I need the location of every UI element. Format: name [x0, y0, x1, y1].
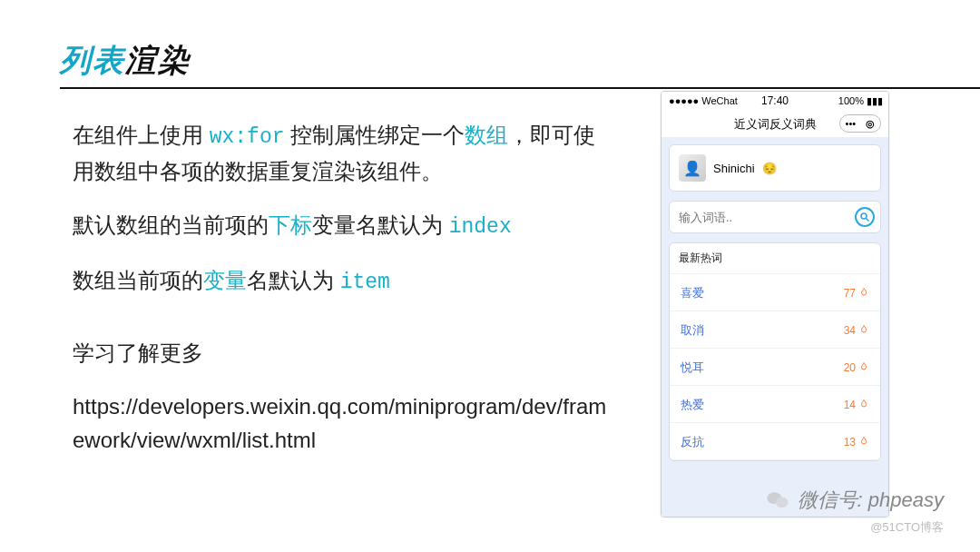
flame-icon: [858, 399, 869, 411]
count-value: 13: [844, 436, 856, 448]
section-header: 列表渲染: [60, 40, 980, 89]
phone-mockup: ●●●●● WeChat 17:40 100% ▮▮▮ 近义词反义词典 ••• …: [661, 91, 889, 518]
watermark-text: 微信号: phpeasy: [798, 487, 944, 514]
highlight-index-label: 下标: [269, 212, 312, 237]
body-text: 在组件上使用 wx:for 控制属性绑定一个数组，即可使用数组中各项的数据重复渲…: [73, 118, 617, 478]
count: 77: [844, 287, 869, 300]
close-target-icon: ◎: [866, 118, 875, 130]
list-item[interactable]: 反抗 13: [670, 423, 880, 460]
heading-part1: 列表: [60, 43, 125, 77]
word: 悦耳: [681, 360, 704, 376]
count-value: 34: [844, 324, 856, 337]
highlight-array: 数组: [465, 123, 508, 147]
text: 数组当前项的: [73, 268, 203, 292]
text: 名默认为: [247, 268, 340, 292]
status-battery: 100% ▮▮▮: [838, 95, 883, 107]
svg-point-3: [775, 498, 788, 508]
flame-icon: [858, 287, 869, 300]
svg-point-0: [861, 213, 867, 219]
word: 取消: [681, 322, 704, 339]
capsule-button[interactable]: ••• ◎: [839, 114, 881, 133]
code-item: item: [340, 271, 390, 294]
count-value: 14: [844, 399, 856, 411]
user-emoji-icon: 😔: [762, 162, 777, 175]
count-value: 20: [844, 361, 856, 374]
count: 14: [844, 399, 869, 411]
user-card: 👤 Shinichi 😔: [669, 144, 881, 192]
flame-icon: [858, 436, 869, 448]
list-item[interactable]: 悦耳 20: [670, 349, 880, 386]
code-index: index: [449, 215, 512, 239]
status-bar: ●●●●● WeChat 17:40 100% ▮▮▮: [662, 92, 888, 112]
text: 控制属性绑定一个: [285, 123, 466, 147]
wechat-icon: [765, 488, 790, 513]
text: 变量名默认为: [312, 212, 449, 237]
more-icon: •••: [846, 118, 857, 129]
flame-icon: [858, 324, 869, 337]
list-item[interactable]: 热爱 14: [670, 386, 880, 423]
count: 34: [844, 324, 869, 337]
count: 20: [844, 361, 869, 374]
avatar: 👤: [679, 154, 706, 182]
learn-more-url: https://developers.weixin.qq.com/minipro…: [73, 389, 617, 457]
word: 热爱: [681, 397, 704, 413]
learn-more-heading: 学习了解更多: [73, 336, 617, 370]
search-icon[interactable]: [855, 207, 875, 227]
watermark: 微信号: phpeasy @51CTO博客: [765, 487, 944, 536]
app-title: 近义词反义词典: [734, 116, 817, 133]
list-item[interactable]: 取消 34: [670, 311, 880, 349]
code-wx-for: wx:for: [210, 125, 285, 149]
word: 反抗: [681, 434, 704, 450]
app-header: 近义词反义词典 ••• ◎: [662, 112, 888, 137]
hot-words-list: 最新热词 喜爱 77 取消 34 悦耳 20 热爱 14: [669, 242, 881, 461]
text: 在组件上使用: [73, 123, 210, 147]
text: 默认数组的当前项的: [73, 212, 269, 237]
list-header: 最新热词: [670, 243, 880, 274]
count: 13: [844, 436, 869, 448]
search-input[interactable]: [679, 211, 855, 224]
paragraph-2: 默认数组的当前项的下标变量名默认为 index: [73, 208, 617, 244]
watermark-sub: @51CTO博客: [765, 519, 944, 536]
word: 喜爱: [681, 285, 704, 301]
svg-line-1: [867, 219, 869, 222]
count-value: 77: [844, 287, 856, 300]
app-body: 👤 Shinichi 😔 最新热词 喜爱 77 取消 34: [662, 137, 888, 517]
paragraph-1: 在组件上使用 wx:for 控制属性绑定一个数组，即可使用数组中各项的数据重复渲…: [73, 118, 617, 188]
heading-part2: 渲染: [125, 43, 191, 77]
list-item[interactable]: 喜爱 77: [670, 274, 880, 311]
search-box[interactable]: [669, 201, 881, 233]
highlight-var-label: 变量: [203, 268, 247, 292]
paragraph-3: 数组当前项的变量名默认为 item: [73, 263, 617, 300]
flame-icon: [858, 361, 869, 374]
user-name: Shinichi: [713, 162, 755, 175]
